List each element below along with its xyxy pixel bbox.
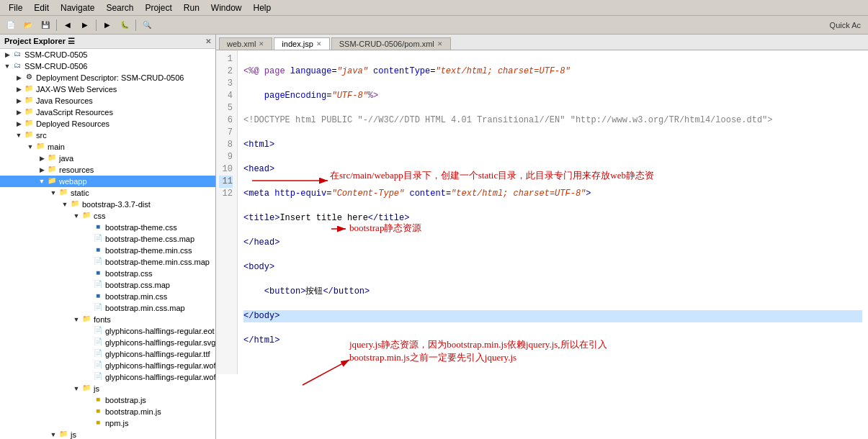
toggle-jaxws[interactable]: ▶	[14, 86, 23, 93]
tree-item-main[interactable]: ▼ 📁 main	[0, 141, 215, 153]
tab-index-jsp-close[interactable]: ✕	[316, 40, 322, 47]
menu-project[interactable]: Project	[139, 1, 177, 14]
tab-index-jsp[interactable]: index.jsp ✕	[274, 37, 329, 50]
glyph-woff-icon: 📄	[92, 361, 104, 371]
toggle-js-folder-bt[interactable]: ▼	[72, 385, 81, 392]
tree-item-src[interactable]: ▼ 📁 src	[0, 130, 215, 141]
dd-icon: ⚙	[23, 73, 35, 83]
tree-item-java[interactable]: ▶ 📁 java	[0, 153, 215, 164]
bootstrap-css-map-icon: 📄	[92, 280, 104, 290]
toggle-java-res[interactable]: ▶	[14, 97, 23, 104]
tree-item-static[interactable]: ▼ 📁 static	[0, 187, 215, 199]
tree-item-glyph-woff2[interactable]: 📄 glyphicons-halflings-regular.woff2	[0, 371, 215, 383]
tree-label-ssm0506: SSM-CRUD-0506	[24, 62, 87, 71]
tree-item-npm-js[interactable]: ■ npm.js	[0, 417, 215, 429]
quick-access-label: Quick Ac	[826, 21, 865, 30]
toggle-src[interactable]: ▼	[14, 132, 23, 139]
tree-label-bt-theme-min: bootstrap-theme.min.css	[105, 246, 192, 255]
tree-label-bootstrap-dist: bootstrap-3.3.7-dist	[82, 200, 151, 209]
tree-item-dd[interactable]: ▶ ⚙ Deployment Descriptor: SSM-CRUD-0506	[0, 72, 215, 83]
bootstrap-dist-icon: 📁	[69, 199, 81, 209]
toggle-static[interactable]: ▼	[49, 189, 58, 196]
resources-icon: 📁	[46, 165, 58, 175]
tree-item-bt-theme[interactable]: ■ bootstrap-theme.css	[0, 222, 215, 233]
jaxws-icon: 📁	[23, 84, 35, 94]
tree-item-bootstrap-js[interactable]: ■ bootstrap.js	[0, 394, 215, 406]
deployed-res-icon: 📁	[23, 119, 35, 129]
tree-item-bootstrap-css-map[interactable]: 📄 bootstrap.css.map	[0, 279, 215, 291]
menu-file[interactable]: File	[3, 1, 28, 14]
toggle-bootstrap-dist[interactable]: ▼	[61, 201, 69, 208]
tree-item-js-res[interactable]: ▶ 📁 JavaScript Resources	[0, 107, 215, 118]
menu-search[interactable]: Search	[100, 1, 139, 14]
toggle-css-folder[interactable]: ▼	[72, 212, 81, 220]
glyph-woff2-icon: 📄	[92, 372, 104, 382]
toolbar-run[interactable]: ▶	[99, 18, 115, 32]
toggle-dd[interactable]: ▶	[14, 74, 23, 81]
tree-item-bootstrap-min-css[interactable]: ■ bootstrap.min.css	[0, 291, 215, 302]
menu-edit[interactable]: Edit	[28, 1, 55, 14]
toggle-java[interactable]: ▶	[37, 155, 46, 162]
tree-item-glyph-eot[interactable]: 📄 glyphicons-halflings-regular.eot	[0, 325, 215, 337]
tree-item-glyph-svg[interactable]: 📄 glyphicons-halflings-regular.svg	[0, 337, 215, 348]
glyph-eot-icon: 📄	[92, 326, 104, 336]
toolbar-new[interactable]: 📄	[3, 18, 19, 32]
tree-label-deployed-res: Deployed Resources	[36, 119, 109, 128]
panel-title: Project Explorer ☰	[4, 37, 75, 46]
tree-item-js-folder2[interactable]: ▼ 📁 js	[0, 429, 215, 439]
tree-item-resources[interactable]: ▶ 📁 resources	[0, 164, 215, 176]
toolbar-save[interactable]: 💾	[37, 18, 53, 32]
toggle-webapp[interactable]: ▼	[37, 178, 46, 185]
tree-item-bootstrap-min-js[interactable]: ■ bootstrap.min.js	[0, 406, 215, 417]
js-res-icon: 📁	[23, 107, 35, 117]
tree-label-src: src	[36, 131, 47, 140]
toggle-resources[interactable]: ▶	[37, 166, 46, 173]
tree-item-bt-theme-min[interactable]: ■ bootstrap-theme.min.css	[0, 245, 215, 256]
tree-item-glyph-ttf[interactable]: 📄 glyphicons-halflings-regular.ttf	[0, 348, 215, 360]
tree-item-bt-theme-min-map[interactable]: 📄 bootstrap-theme.min.css.map	[0, 256, 215, 268]
tree-item-bt-theme-map[interactable]: 📄 bootstrap-theme.css.map	[0, 233, 215, 245]
tree-container[interactable]: ▶ 🗂 SSM-CRUD-0505 ▼ 🗂 SSM-CRUD-0506 ▶ ⚙ …	[0, 49, 215, 439]
tab-pom-xml[interactable]: SSM-CRUD-0506/pom.xml ✕	[331, 37, 451, 50]
toolbar-back[interactable]: ◀	[60, 18, 76, 32]
tree-item-css-folder[interactable]: ▼ 📁 css	[0, 210, 215, 222]
tree-item-bootstrap-min-css-map[interactable]: 📄 bootstrap.min.css.map	[0, 302, 215, 314]
code-line-9: <body>	[243, 261, 862, 273]
toolbar-search[interactable]: 🔍	[139, 18, 155, 32]
menu-window[interactable]: Window	[205, 1, 248, 14]
panel-close-btn[interactable]: ✕	[205, 37, 211, 45]
bootstrap-min-css-icon: ■	[92, 291, 104, 302]
tree-item-jaxws[interactable]: ▶ 📁 JAX-WS Web Services	[0, 83, 215, 95]
tab-web-xml[interactable]: web.xml ✕	[219, 37, 272, 50]
toolbar-open[interactable]: 📂	[20, 18, 36, 32]
toolbar-forward[interactable]: ▶	[77, 18, 93, 32]
tree-item-java-res[interactable]: ▶ 📁 Java Resources	[0, 95, 215, 107]
code-editor[interactable]: 1 2 3 4 5 6 7 8 9 10 11 12 <%@ page lang…	[216, 50, 868, 439]
toggle-js-folder2[interactable]: ▼	[49, 431, 58, 438]
tree-item-ssm0506[interactable]: ▼ 🗂 SSM-CRUD-0506	[0, 60, 215, 72]
tree-item-js-folder-bt[interactable]: ▼ 📁 js	[0, 383, 215, 394]
glyph-ttf-icon: 📄	[92, 349, 104, 359]
menu-help[interactable]: Help	[248, 1, 277, 14]
toggle-ssm0505[interactable]: ▶	[3, 51, 12, 58]
tab-pom-xml-close[interactable]: ✕	[437, 40, 443, 47]
toggle-deployed-res[interactable]: ▶	[14, 120, 23, 127]
tree-item-fonts-folder[interactable]: ▼ 📁 fonts	[0, 314, 215, 325]
toggle-ssm0506[interactable]: ▼	[3, 63, 12, 70]
tree-item-webapp[interactable]: ▼ 📁 webapp	[0, 176, 215, 187]
tree-item-deployed-res[interactable]: ▶ 📁 Deployed Resources	[0, 118, 215, 130]
tree-item-bootstrap-dist[interactable]: ▼ 📁 bootstrap-3.3.7-dist	[0, 199, 215, 210]
tree-item-ssm0505[interactable]: ▶ 🗂 SSM-CRUD-0505	[0, 49, 215, 60]
menu-run[interactable]: Run	[178, 1, 205, 14]
toggle-js-res[interactable]: ▶	[14, 109, 23, 116]
menu-navigate[interactable]: Navigate	[55, 1, 100, 14]
toggle-main[interactable]: ▼	[26, 143, 35, 150]
tab-web-xml-close[interactable]: ✕	[259, 40, 264, 47]
tree-label-webapp: webapp	[59, 177, 87, 186]
code-content: <%@ page language="java" contentType="te…	[238, 50, 868, 374]
toggle-fonts-folder[interactable]: ▼	[72, 316, 81, 323]
tree-item-glyph-woff[interactable]: 📄 glyphicons-halflings-regular.woff	[0, 360, 215, 371]
toolbar-debug[interactable]: 🐛	[117, 18, 133, 32]
js-folder2-icon: 📁	[58, 430, 69, 439]
tree-item-bootstrap-css[interactable]: ■ bootstrap.css	[0, 268, 215, 279]
